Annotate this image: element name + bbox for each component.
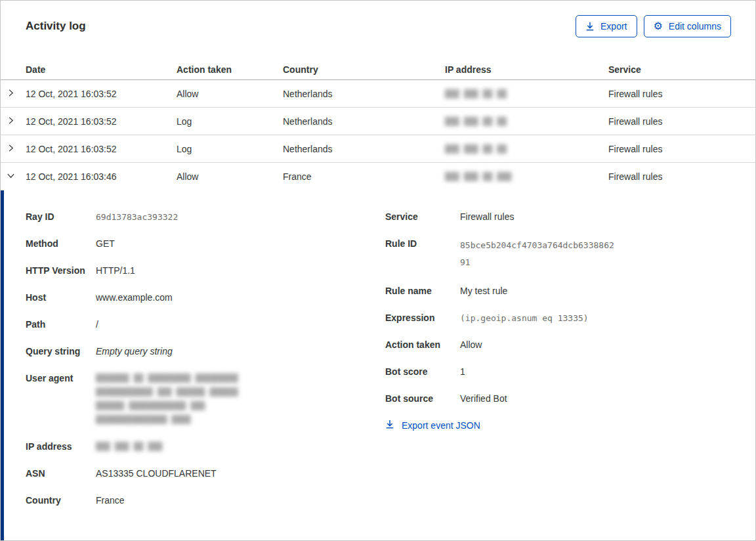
table-row[interactable]: 12 Oct, 2021 16:03:52 Log Netherlands ██… — [1, 108, 755, 135]
field-label: Rule ID — [385, 237, 460, 271]
redacted-line: ███████████████ ████ — [96, 413, 385, 427]
cell-service: Firewall rules — [608, 89, 755, 99]
column-header-service: Service — [608, 64, 755, 75]
field-label: Host — [26, 291, 96, 305]
field-label: Bot source — [385, 392, 460, 406]
cell-action: Allow — [177, 89, 283, 99]
field-label: Query string — [26, 345, 96, 358]
edit-columns-button[interactable]: ⚙ Edit columns — [644, 15, 732, 37]
field-value: Firewall rules — [460, 210, 731, 224]
field-value: / — [96, 318, 385, 332]
detail-field-expression: Expression (ip.geoip.asnum eq 13335) — [385, 311, 731, 325]
field-value: 85bce5b204cf4703a764dcb633886291 — [460, 237, 618, 271]
field-value-redacted: ███████ ██ █████████ █████████ █████████… — [96, 372, 385, 427]
expand-row-button[interactable] — [1, 144, 26, 154]
table-row[interactable]: 12 Oct, 2021 16:03:52 Allow Netherlands … — [1, 80, 755, 108]
detail-field-service: Service Firewall rules — [385, 210, 731, 224]
edit-columns-button-label: Edit columns — [669, 21, 721, 32]
collapse-row-button[interactable] — [1, 171, 26, 182]
detail-field-host: Host www.example.com — [26, 291, 385, 305]
column-header-ip: IP address — [445, 64, 608, 75]
table-header: Date Action taken Country IP address Ser… — [1, 60, 755, 80]
expand-row-button[interactable] — [1, 116, 26, 127]
field-value: HTTP/1.1 — [96, 264, 385, 278]
field-label: Rule name — [385, 284, 460, 298]
column-header-action: Action taken — [177, 64, 283, 75]
chevron-right-icon — [7, 144, 15, 154]
detail-field-bot-score: Bot score 1 — [385, 365, 731, 379]
detail-field-ray-id: Ray ID 69d13783ac393322 — [26, 210, 385, 224]
export-event-json-label: Export event JSON — [402, 420, 480, 431]
detail-field-ip-address: IP address ███ ███ ██ ███ — [26, 440, 385, 454]
detail-field-user-agent: User agent ███████ ██ █████████ ████████… — [26, 372, 385, 427]
field-label: ASN — [26, 467, 96, 481]
expand-row-button[interactable] — [1, 89, 26, 99]
redacted-line: ████████████ ███ ██████ ██████ — [96, 385, 385, 399]
detail-field-query-string: Query string Empty query string — [26, 345, 385, 358]
detail-field-method: Method GET — [26, 237, 385, 251]
cell-date: 12 Oct, 2021 16:03:52 — [26, 144, 177, 154]
header-actions: Export ⚙ Edit columns — [576, 15, 731, 37]
field-value: Allow — [460, 338, 731, 352]
field-value: Empty query string — [96, 345, 385, 358]
cell-date: 12 Oct, 2021 16:03:52 — [26, 116, 177, 127]
field-label: Method — [26, 237, 96, 251]
cell-ip-redacted: ███ ███ ██ ██ — [445, 89, 608, 98]
field-value-redacted: ███ ███ ██ ███ — [96, 440, 385, 454]
detail-field-action-taken: Action taken Allow — [385, 338, 731, 352]
export-button-label: Export — [600, 21, 627, 32]
detail-field-rule-id: Rule ID 85bce5b204cf4703a764dcb633886291 — [385, 237, 731, 271]
cell-country: France — [283, 171, 445, 182]
redacted-line: ██████ ████████████ ███ — [96, 399, 385, 413]
export-event-json-link[interactable]: Export event JSON — [385, 420, 480, 431]
detail-field-path: Path / — [26, 318, 385, 332]
table-row-expanded[interactable]: 12 Oct, 2021 16:03:46 Allow France ███ █… — [1, 163, 755, 190]
download-icon — [585, 22, 595, 31]
field-label: Ray ID — [26, 210, 96, 224]
field-label: IP address — [26, 440, 96, 454]
card-header: Activity log Export ⚙ Edit columns — [1, 1, 755, 37]
field-label: Expression — [385, 311, 460, 325]
detail-right-column: Service Firewall rules Rule ID 85bce5b20… — [385, 210, 731, 540]
cell-date: 12 Oct, 2021 16:03:46 — [26, 171, 177, 182]
field-label: User agent — [26, 372, 96, 427]
cell-action: Allow — [177, 171, 283, 182]
cell-country: Netherlands — [283, 89, 445, 99]
activity-log-card: Activity log Export ⚙ Edit columns Date … — [0, 0, 756, 541]
cell-action: Log — [177, 144, 283, 154]
field-value: 69d13783ac393322 — [96, 210, 385, 224]
field-label: HTTP Version — [26, 264, 96, 278]
cell-action: Log — [177, 116, 283, 127]
column-header-date: Date — [26, 64, 177, 75]
detail-left-column: Ray ID 69d13783ac393322 Method GET HTTP … — [26, 210, 385, 540]
download-icon — [385, 420, 394, 431]
field-label: Country — [26, 494, 96, 508]
cell-ip-redacted: ███ ███ ██ ██ — [445, 144, 608, 154]
field-label: Action taken — [385, 338, 460, 352]
field-value: AS13335 CLOUDFLARENET — [96, 467, 385, 481]
export-button[interactable]: Export — [576, 15, 637, 37]
detail-field-asn: ASN AS13335 CLOUDFLARENET — [26, 467, 385, 481]
field-label: Service — [385, 210, 460, 224]
cell-country: Netherlands — [283, 116, 445, 127]
chevron-right-icon — [7, 89, 15, 99]
gear-icon: ⚙ — [654, 21, 663, 32]
cell-date: 12 Oct, 2021 16:03:52 — [26, 89, 177, 99]
chevron-right-icon — [7, 116, 15, 127]
field-value: My test rule — [460, 284, 731, 298]
cell-ip-redacted: ███ ███ ██ ██ — [445, 117, 608, 126]
detail-field-http-version: HTTP Version HTTP/1.1 — [26, 264, 385, 278]
redacted-line: ███████ ██ █████████ █████████ — [96, 372, 385, 385]
cell-service: Firewall rules — [608, 171, 755, 182]
event-detail-panel: Ray ID 69d13783ac393322 Method GET HTTP … — [1, 190, 755, 540]
field-label: Bot score — [385, 365, 460, 379]
field-value: France — [96, 494, 385, 508]
chevron-down-icon — [7, 171, 15, 182]
column-header-country: Country — [283, 64, 445, 75]
field-value: GET — [96, 237, 385, 251]
field-label: Path — [26, 318, 96, 332]
detail-field-country: Country France — [26, 494, 385, 508]
table-row[interactable]: 12 Oct, 2021 16:03:52 Log Netherlands ██… — [1, 135, 755, 163]
page-title: Activity log — [26, 20, 86, 33]
field-value: www.example.com — [96, 291, 385, 305]
